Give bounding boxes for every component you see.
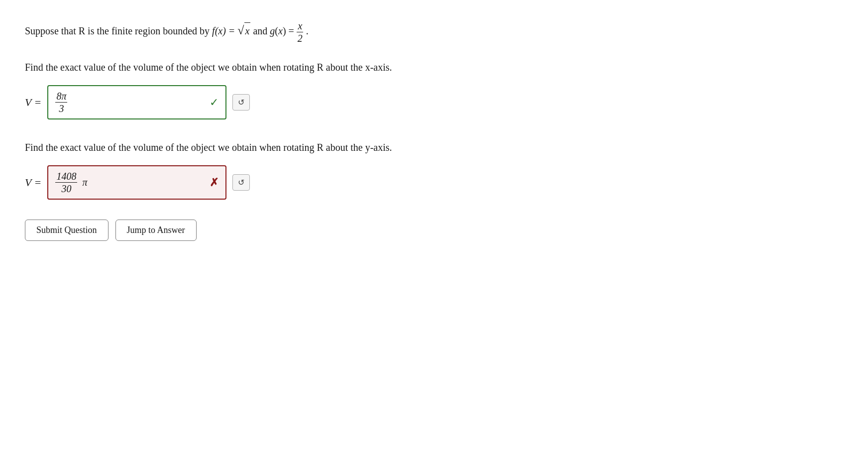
answer2-content: 1408 30 π <box>55 170 205 195</box>
fx-label: f(x) = <box>212 25 237 36</box>
redo-icon-2: ↺ <box>238 178 244 187</box>
intro-text: Suppose that R is the finite region boun… <box>25 25 210 36</box>
submit-question-button[interactable]: Submit Question <box>25 220 108 241</box>
correct-check-icon: ✓ <box>210 96 218 109</box>
v-label-2: V = <box>25 176 41 189</box>
redo-icon-1: ↺ <box>238 98 244 107</box>
jump-to-answer-button[interactable]: Jump to Answer <box>115 220 197 241</box>
redo-button-2[interactable]: ↺ <box>232 174 250 191</box>
answer1-row: V = 8π 3 ✓ ↺ <box>25 85 843 119</box>
gx-fraction: x 2 <box>297 20 304 44</box>
redo-button-1[interactable]: ↺ <box>232 94 250 111</box>
answer2-pi: π <box>82 177 87 188</box>
answer2-row: V = 1408 30 π ✗ ↺ <box>25 165 843 200</box>
fx-value: √x <box>237 22 250 39</box>
incorrect-x-icon: ✗ <box>210 176 218 189</box>
problem-statement: Suppose that R is the finite region boun… <box>25 20 843 44</box>
bottom-buttons: Submit Question Jump to Answer <box>25 220 843 241</box>
v-label-1: V = <box>25 96 41 109</box>
answer1-fraction: 8π 3 <box>55 90 67 114</box>
answer1-content: 8π 3 <box>55 90 205 114</box>
and-text: and <box>253 25 267 36</box>
question2-text: Find the exact value of the volume of th… <box>25 139 843 155</box>
gx-label: g(x) = <box>270 25 297 36</box>
answer1-box: 8π 3 ✓ <box>47 85 226 119</box>
question1-text: Find the exact value of the volume of th… <box>25 59 843 75</box>
gx-period: . <box>306 25 309 36</box>
answer2-fraction: 1408 30 <box>55 170 77 195</box>
answer2-box: 1408 30 π ✗ <box>47 165 226 200</box>
